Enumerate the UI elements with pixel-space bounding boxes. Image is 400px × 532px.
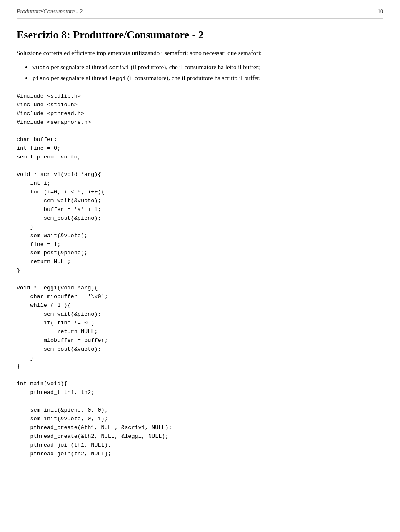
code-line-1: #include <stdlib.h> #include <stdio.h> #… bbox=[17, 93, 172, 457]
page-header: Produttore/Consumatore - 2 10 bbox=[17, 8, 383, 19]
bullet2-text: pieno per segnalare al thread leggi (il … bbox=[32, 75, 260, 81]
exercise-title: Esercizio 8: Produttore/Consumatore - 2 bbox=[17, 29, 383, 41]
header-page-number: 10 bbox=[378, 8, 383, 15]
bullet1-code1: vuoto bbox=[32, 65, 50, 71]
bullet-item-1: vuoto per segnalare al thread scrivi (il… bbox=[25, 62, 383, 73]
bullet1-code2: scrivi bbox=[109, 65, 129, 71]
code-block: #include <stdlib.h> #include <stdio.h> #… bbox=[17, 92, 383, 459]
bullet1-text: vuoto per segnalare al thread scrivi (il… bbox=[32, 64, 260, 70]
bullet-item-2: pieno per segnalare al thread leggi (il … bbox=[25, 73, 383, 84]
bullet-list: vuoto per segnalare al thread scrivi (il… bbox=[25, 62, 383, 84]
bullet2-code2: leggi bbox=[109, 75, 126, 82]
header-title: Produttore/Consumatore - 2 bbox=[17, 8, 82, 15]
intro-paragraph: Soluzione corretta ed efficiente impleme… bbox=[17, 48, 383, 58]
bullet2-code1: pieno bbox=[32, 75, 50, 82]
